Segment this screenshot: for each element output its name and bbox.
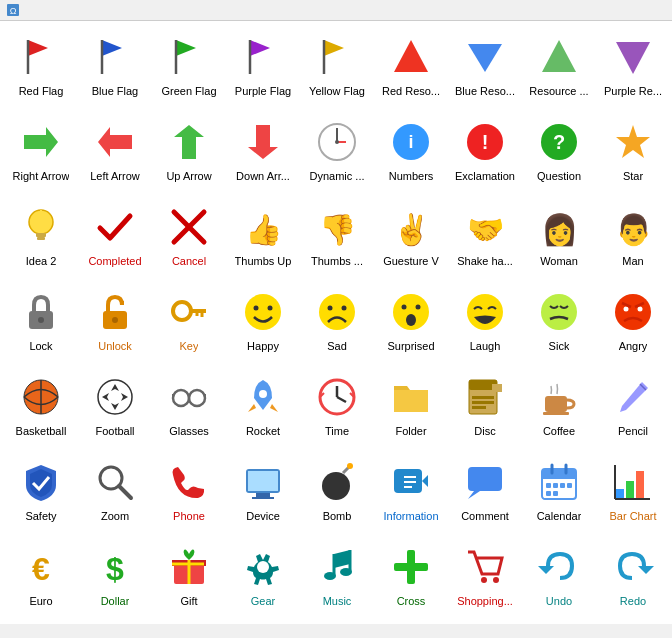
symbol-item-information[interactable]: Information — [374, 450, 448, 535]
symbol-label-purple-resource: Purple Re... — [604, 85, 662, 97]
symbol-item-exclamation[interactable]: !Exclamation — [448, 110, 522, 195]
symbol-item-time[interactable]: Time — [300, 365, 374, 450]
svg-rect-93 — [248, 471, 278, 491]
symbol-item-key[interactable]: Key — [152, 280, 226, 365]
symbol-item-phone[interactable]: Phone — [152, 450, 226, 535]
symbol-item-sad[interactable]: Sad — [300, 280, 374, 365]
symbol-item-green-flag[interactable]: Green Flag — [152, 25, 226, 110]
symbol-item-dollar[interactable]: $Dollar — [78, 535, 152, 620]
symbol-item-device[interactable]: Device — [226, 450, 300, 535]
symbol-item-man[interactable]: 👨Man — [596, 195, 670, 280]
symbol-item-euro[interactable]: €Euro — [4, 535, 78, 620]
symbol-item-dynamic[interactable]: Dynamic ... — [300, 110, 374, 195]
symbol-item-woman[interactable]: 👩Woman — [522, 195, 596, 280]
symbol-item-laugh[interactable]: Laugh — [448, 280, 522, 365]
symbol-label-dollar: Dollar — [101, 595, 130, 607]
symbol-label-down-arrow: Down Arr... — [236, 170, 290, 182]
symbol-label-angry: Angry — [619, 340, 648, 352]
symbol-item-numbers[interactable]: iNumbers — [374, 110, 448, 195]
svg-rect-113 — [567, 483, 572, 488]
symbol-icon-happy — [242, 286, 284, 338]
symbol-item-cancel[interactable]: Cancel — [152, 195, 226, 280]
symbol-item-thumbs-up[interactable]: 👍Thumbs Up — [226, 195, 300, 280]
symbol-item-right-arrow[interactable]: Right Arrow — [4, 110, 78, 195]
svg-marker-17 — [98, 127, 132, 157]
symbol-item-surprised[interactable]: Surprised — [374, 280, 448, 365]
svg-text:$: $ — [106, 551, 124, 587]
symbol-item-completed[interactable]: Completed — [78, 195, 152, 280]
symbol-item-red-resource[interactable]: Red Reso... — [374, 25, 448, 110]
symbol-label-shake-hands: Shake ha... — [457, 255, 513, 267]
svg-point-134 — [481, 577, 487, 583]
symbol-item-gesture-v[interactable]: ✌️Guesture V — [374, 195, 448, 280]
symbol-item-coffee[interactable]: Coffee — [522, 365, 596, 450]
symbol-item-angry[interactable]: Angry — [596, 280, 670, 365]
symbol-item-up-arrow[interactable]: Up Arrow — [152, 110, 226, 195]
svg-point-53 — [328, 306, 333, 311]
svg-text:👩: 👩 — [541, 212, 579, 248]
symbol-item-red-flag[interactable]: Red Flag — [4, 25, 78, 110]
symbol-item-lock[interactable]: Lock — [4, 280, 78, 365]
symbol-label-dynamic: Dynamic ... — [309, 170, 364, 182]
symbol-item-idea2[interactable]: Idea 2 — [4, 195, 78, 280]
svg-text:✌️: ✌️ — [393, 212, 431, 248]
svg-point-58 — [406, 314, 416, 326]
symbol-icon-unlock — [94, 286, 136, 338]
symbol-item-bomb[interactable]: Bomb — [300, 450, 374, 535]
symbol-item-calendar[interactable]: Calendar — [522, 450, 596, 535]
symbol-item-rocket[interactable]: Rocket — [226, 365, 300, 450]
symbol-item-football[interactable]: Football — [78, 365, 152, 450]
symbol-item-disc[interactable]: Disc — [448, 365, 522, 450]
symbol-item-safety[interactable]: Safety — [4, 450, 78, 535]
symbol-icon-cancel — [168, 201, 210, 253]
svg-text:Ω: Ω — [10, 6, 17, 16]
symbol-item-cross[interactable]: Cross — [374, 535, 448, 620]
symbol-icon-basketball — [20, 371, 62, 423]
symbol-item-basketball[interactable]: Basketball — [4, 365, 78, 450]
symbol-item-resource[interactable]: Resource ... — [522, 25, 596, 110]
symbol-item-comment[interactable]: Comment — [448, 450, 522, 535]
symbol-icon-shopping — [464, 541, 506, 593]
symbol-item-undo[interactable]: Undo — [522, 535, 596, 620]
symbol-item-pencil[interactable]: Pencil — [596, 365, 670, 450]
symbol-item-shopping[interactable]: Shopping... — [448, 535, 522, 620]
symbol-item-purple-resource[interactable]: Purple Re... — [596, 25, 670, 110]
symbol-item-left-arrow[interactable]: Left Arrow — [78, 110, 152, 195]
svg-rect-115 — [553, 491, 558, 496]
symbol-item-gear[interactable]: Gear — [226, 535, 300, 620]
svg-text:€: € — [32, 551, 50, 587]
symbol-item-blue-flag[interactable]: Blue Flag — [78, 25, 152, 110]
symbol-label-woman: Woman — [540, 255, 578, 267]
symbol-item-music[interactable]: Music — [300, 535, 374, 620]
symbol-item-question[interactable]: ?Question — [522, 110, 596, 195]
symbol-item-shake-hands[interactable]: 🤝Shake ha... — [448, 195, 522, 280]
symbol-icon-thumbs-up: 👍 — [242, 201, 284, 253]
symbol-item-yellow-flag[interactable]: Yellow Flag — [300, 25, 374, 110]
symbol-item-glasses[interactable]: Glasses — [152, 365, 226, 450]
symbol-item-thumbs-down[interactable]: 👎Thumbs ... — [300, 195, 374, 280]
symbol-item-gift[interactable]: Gift — [152, 535, 226, 620]
symbol-item-unlock[interactable]: Unlock — [78, 280, 152, 365]
svg-marker-2 — [28, 40, 48, 56]
symbol-item-blue-resource[interactable]: Blue Reso... — [448, 25, 522, 110]
symbol-item-zoom[interactable]: Zoom — [78, 450, 152, 535]
symbol-item-sick[interactable]: Sick — [522, 280, 596, 365]
symbol-icon-red-resource — [390, 31, 432, 83]
svg-marker-10 — [324, 40, 344, 56]
symbol-item-happy[interactable]: Happy — [226, 280, 300, 365]
symbol-item-bar-chart[interactable]: Bar Chart — [596, 450, 670, 535]
symbol-icon-green-flag — [168, 31, 210, 83]
symbol-label-red-flag: Red Flag — [19, 85, 64, 97]
symbol-item-purple-flag[interactable]: Purple Flag — [226, 25, 300, 110]
symbol-label-up-arrow: Up Arrow — [166, 170, 211, 182]
symbol-icon-angry — [612, 286, 654, 338]
symbol-label-phone: Phone — [173, 510, 205, 522]
symbol-item-star[interactable]: Star — [596, 110, 670, 195]
svg-rect-86 — [545, 396, 567, 412]
symbol-item-redo[interactable]: Redo — [596, 535, 670, 620]
symbol-item-down-arrow[interactable]: Down Arr... — [226, 110, 300, 195]
symbol-icon-purple-flag — [242, 31, 284, 83]
symbol-item-folder[interactable]: Folder — [374, 365, 448, 450]
svg-point-63 — [638, 307, 643, 312]
svg-text:👍: 👍 — [245, 212, 283, 248]
